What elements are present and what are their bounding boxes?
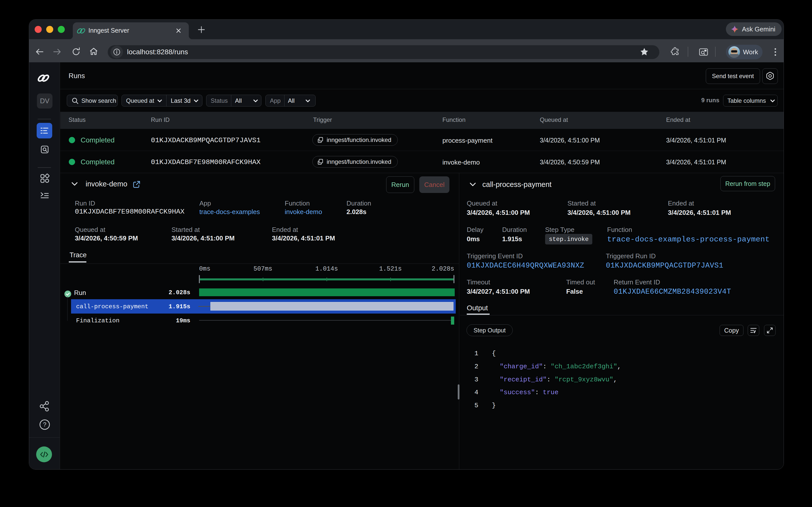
svg-text:?: ?	[43, 421, 46, 428]
